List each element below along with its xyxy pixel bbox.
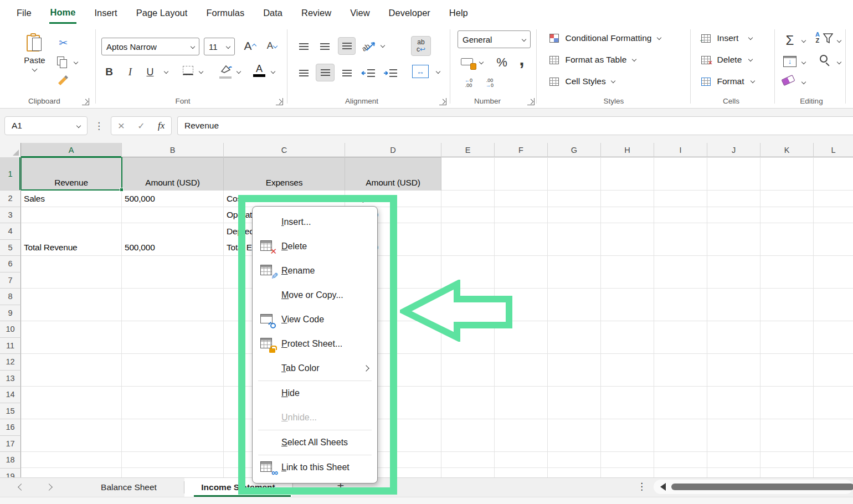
row-header-14[interactable]: 14: [0, 387, 21, 403]
clipboard-dialog-launcher[interactable]: [82, 98, 89, 105]
tab-developer[interactable]: Developer: [388, 2, 431, 23]
alignment-dialog-launcher[interactable]: [439, 98, 446, 105]
borders-icon[interactable]: [183, 66, 193, 75]
fill-handle[interactable]: [120, 188, 124, 192]
find-select-dropdown[interactable]: [837, 60, 841, 64]
scrollbar-thumb[interactable]: [671, 484, 853, 490]
fill-dropdown[interactable]: [801, 60, 806, 64]
tab-page-layout[interactable]: Page Layout: [135, 2, 189, 23]
middle-align-icon[interactable]: [317, 39, 332, 54]
conditional-formatting-button[interactable]: Conditional Formatting: [549, 33, 661, 45]
row-header-10[interactable]: 10: [0, 321, 21, 338]
column-header-B[interactable]: B: [122, 143, 224, 157]
font-color-icon[interactable]: A: [253, 64, 266, 77]
row-header-5[interactable]: 5: [0, 240, 21, 256]
accounting-dropdown[interactable]: [479, 60, 484, 64]
borders-dropdown[interactable]: [199, 69, 203, 74]
decrease-indent-icon[interactable]: [360, 66, 377, 80]
autosum-dropdown[interactable]: [801, 38, 806, 43]
paste-dropdown[interactable]: [32, 66, 38, 72]
align-right-icon[interactable]: [339, 66, 354, 80]
column-header-K[interactable]: K: [760, 143, 814, 157]
namebox-resize-dots[interactable]: ⋮: [94, 120, 104, 132]
format-cells-button[interactable]: Format: [701, 76, 754, 86]
menu-item-select-all-sheets[interactable]: Select All Sheets: [253, 430, 377, 455]
clear-icon[interactable]: [782, 77, 797, 88]
row-header-15[interactable]: 15: [0, 403, 21, 420]
column-header-G[interactable]: G: [548, 143, 601, 157]
row-header-1[interactable]: 1: [0, 157, 21, 191]
font-size-combo[interactable]: 11: [204, 38, 235, 55]
formula-input[interactable]: Revenue: [177, 116, 853, 135]
menu-item-insert[interactable]: Insert...: [253, 210, 377, 234]
menu-item-link-to-this-sheet[interactable]: ∞ Link to this Sheet: [253, 455, 377, 480]
row-header-7[interactable]: 7: [0, 272, 21, 289]
format-painter-icon[interactable]: [55, 75, 71, 88]
copy-dropdown[interactable]: [74, 60, 78, 64]
underline-button[interactable]: U: [143, 65, 157, 79]
row-header-12[interactable]: 12: [0, 354, 21, 371]
column-header-H[interactable]: H: [601, 143, 654, 157]
sort-filter-icon[interactable]: AZ: [815, 32, 834, 48]
row-header-18[interactable]: 18: [0, 452, 21, 469]
bottom-align-icon[interactable]: [338, 37, 356, 55]
menu-item-view-code[interactable]: View Code: [253, 307, 377, 332]
find-select-icon[interactable]: [820, 55, 833, 68]
tab-data[interactable]: Data: [262, 2, 284, 23]
row-header-3[interactable]: 3: [0, 207, 21, 224]
tab-help[interactable]: Help: [448, 2, 469, 23]
cell-C1[interactable]: Expenses: [224, 157, 345, 191]
clear-dropdown[interactable]: [801, 80, 806, 84]
italic-button[interactable]: I: [124, 65, 137, 79]
wrap-text-icon[interactable]: abc↩: [411, 36, 431, 56]
column-header-D[interactable]: D: [345, 143, 441, 157]
column-header-F[interactable]: F: [495, 143, 548, 157]
orientation-dropdown[interactable]: [381, 43, 385, 48]
format-as-table-button[interactable]: Format as Table: [549, 55, 636, 66]
top-align-icon[interactable]: [296, 39, 311, 54]
copy-icon[interactable]: [57, 56, 68, 69]
menu-item-tab-color[interactable]: Tab Color: [253, 356, 377, 380]
tab-view[interactable]: View: [349, 2, 371, 23]
font-dialog-launcher[interactable]: [276, 98, 283, 105]
cell-D2[interactable]: 200,000: [345, 191, 441, 207]
increase-decimal-icon[interactable]: ←←00.00: [461, 78, 476, 88]
cell-B5[interactable]: 500,000: [122, 240, 224, 256]
row-header-4[interactable]: 4: [0, 223, 21, 240]
tab-home[interactable]: Home: [49, 2, 77, 24]
horizontal-scrollbar[interactable]: [654, 480, 853, 494]
cut-icon[interactable]: ✂: [55, 36, 71, 49]
column-header-C[interactable]: C: [224, 143, 345, 157]
percent-style-icon[interactable]: %: [494, 55, 510, 70]
font-name-combo[interactable]: Aptos Narrow: [101, 38, 199, 55]
name-box[interactable]: A1: [4, 116, 88, 135]
delete-cells-button[interactable]: ✕ Delete: [701, 55, 752, 65]
scroll-left-icon[interactable]: [660, 483, 666, 491]
cell-A2[interactable]: Sales: [21, 191, 122, 207]
column-header-J[interactable]: J: [707, 143, 760, 157]
merge-center-icon[interactable]: ↔: [412, 65, 429, 78]
cell-C2[interactable]: Cost of Goods Sold: [224, 191, 345, 207]
column-header-L[interactable]: L: [814, 143, 853, 157]
row-header-2[interactable]: 2: [0, 191, 21, 207]
row-header-19[interactable]: 19: [0, 469, 21, 478]
row-header-11[interactable]: 11: [0, 338, 21, 354]
increase-indent-icon[interactable]: [382, 66, 399, 80]
insert-cells-button[interactable]: ← Insert: [701, 33, 752, 43]
cell-B1[interactable]: Amount (USD): [122, 157, 224, 191]
enter-icon[interactable]: ✓: [137, 121, 145, 131]
row-header-8[interactable]: 8: [0, 289, 21, 305]
fill-color-dropdown[interactable]: [237, 69, 241, 74]
cell-D1[interactable]: Amount (USD): [345, 157, 441, 191]
row-header-16[interactable]: 16: [0, 419, 21, 436]
menu-item-rename[interactable]: ✎ Rename: [253, 259, 377, 283]
number-format-combo[interactable]: General: [458, 30, 531, 48]
sort-filter-dropdown[interactable]: [837, 38, 841, 43]
next-sheet-icon[interactable]: [45, 484, 53, 491]
cell-styles-button[interactable]: Cell Styles: [549, 76, 615, 88]
sheet-tab-balance-sheet[interactable]: Balance Sheet: [75, 478, 183, 497]
center-icon[interactable]: [316, 64, 335, 81]
increase-font-icon[interactable]: A: [241, 38, 258, 54]
row-header-17[interactable]: 17: [0, 436, 21, 452]
column-header-I[interactable]: I: [654, 143, 707, 157]
